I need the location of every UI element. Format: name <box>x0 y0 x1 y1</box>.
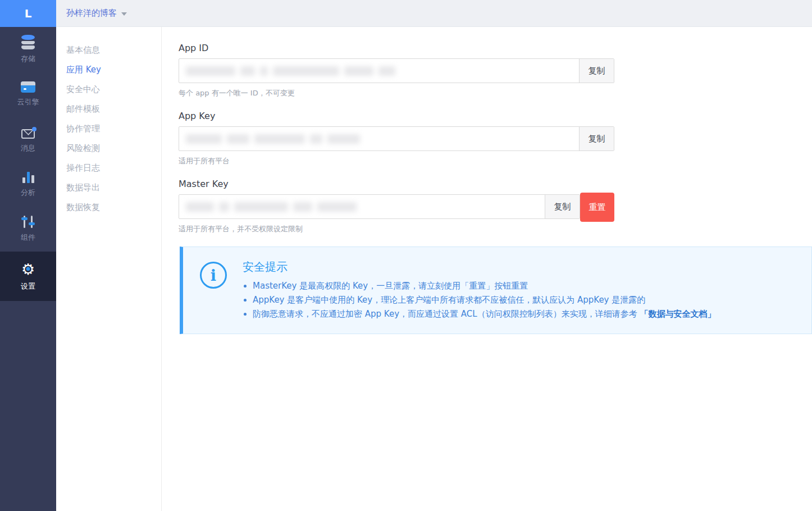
gear-icon: ⚙ <box>21 262 35 277</box>
sidebar-item-messages[interactable]: 消息 <box>0 117 56 162</box>
app-key-group: 复制 <box>179 126 614 151</box>
menu-item-app-key[interactable]: 应用 Key <box>56 60 161 80</box>
notice-bullet-text: 防御恶意请求，不应通过加密 App Key，而应通过设置 ACL（访问权限控制列… <box>253 309 640 319</box>
sidebar-item-label: 存储 <box>21 54 35 64</box>
engine-icon <box>21 81 35 93</box>
logo[interactable]: L <box>0 0 56 27</box>
master-key-caption: 适用于所有平台，并不受权限设定限制 <box>179 224 812 234</box>
sidebar-item-storage[interactable]: 存储 <box>0 27 56 72</box>
notice-bullet: AppKey 是客户端中使用的 Key，理论上客户端中所有请求都不应被信任，默认… <box>243 293 715 307</box>
components-icon <box>24 216 33 228</box>
master-key-label: Master Key <box>179 179 812 189</box>
data-security-doc-link[interactable]: 「数据与安全文档」 <box>640 309 715 319</box>
notice-bullet: 防御恶意请求，不应通过加密 App Key，而应通过设置 ACL（访问权限控制列… <box>243 307 715 321</box>
sidebar-item-settings[interactable]: ⚙ 设置 <box>0 252 56 301</box>
settings-menu: 基本信息 应用 Key 安全中心 邮件模板 协作管理 风险检测 操作日志 数据导… <box>56 27 162 511</box>
sidebar-item-label: 分析 <box>21 188 35 198</box>
primary-sidebar: L 存储 云引擎 消息 分析 组件 ⚙ 设置 <box>0 0 56 511</box>
chevron-down-icon <box>121 12 127 16</box>
masked-value <box>186 202 357 212</box>
analytics-icon <box>22 171 34 183</box>
app-switcher[interactable]: 孙梓洋的博客 <box>66 8 127 19</box>
master-key-field[interactable] <box>179 195 545 218</box>
sidebar-item-analytics[interactable]: 分析 <box>0 162 56 207</box>
info-icon: i <box>200 262 227 289</box>
console-page: L 存储 云引擎 消息 分析 组件 ⚙ 设置 孙梓洋的博客 <box>0 0 812 511</box>
app-id-section: App ID 复制 每个 app 有一个唯一 ID，不可变更 <box>179 43 812 98</box>
menu-item-email-templates[interactable]: 邮件模板 <box>56 99 161 119</box>
main-content: App ID 复制 每个 app 有一个唯一 ID，不可变更 App Key <box>162 27 812 511</box>
menu-item-security-center[interactable]: 安全中心 <box>56 80 161 99</box>
master-key-group: 复制 重置 <box>179 194 580 219</box>
security-notice: i 安全提示 MasterKey 是最高权限的 Key，一旦泄露，请立刻使用「重… <box>180 247 812 334</box>
menu-item-data-export[interactable]: 数据导出 <box>56 178 161 198</box>
app-id-group: 复制 <box>179 58 614 83</box>
app-id-label: App ID <box>179 43 812 53</box>
menu-item-data-restore[interactable]: 数据恢复 <box>56 198 161 217</box>
message-icon <box>21 129 35 139</box>
app-id-field[interactable] <box>179 59 579 83</box>
security-notice-title: 安全提示 <box>243 259 715 275</box>
masked-value <box>186 134 360 144</box>
app-key-field[interactable] <box>179 127 579 150</box>
app-key-copy-button[interactable]: 复制 <box>579 127 614 150</box>
app-title: 孙梓洋的博客 <box>66 8 117 19</box>
app-id-caption: 每个 app 有一个唯一 ID，不可变更 <box>179 88 812 98</box>
menu-item-operation-logs[interactable]: 操作日志 <box>56 158 161 178</box>
master-key-copy-button[interactable]: 复制 <box>545 195 580 218</box>
app-id-copy-button[interactable]: 复制 <box>579 59 614 83</box>
menu-item-basic-info[interactable]: 基本信息 <box>56 40 161 60</box>
menu-item-risk-detection[interactable]: 风险检测 <box>56 139 161 158</box>
app-key-section: App Key 复制 适用于所有平台 <box>179 111 812 166</box>
logo-letter: L <box>25 7 32 20</box>
masked-value <box>186 66 395 76</box>
security-notice-body: 安全提示 MasterKey 是最高权限的 Key，一旦泄露，请立刻使用「重置」… <box>243 259 715 321</box>
sidebar-item-label: 云引擎 <box>17 97 39 107</box>
security-notice-list: MasterKey 是最高权限的 Key，一旦泄露，请立刻使用「重置」按钮重置 … <box>243 279 715 321</box>
sidebar-item-cloud-engine[interactable]: 云引擎 <box>0 72 56 117</box>
sidebar-item-components[interactable]: 组件 <box>0 207 56 252</box>
database-icon <box>21 35 35 49</box>
app-key-caption: 适用于所有平台 <box>179 156 812 166</box>
master-key-section: Master Key 复制 重置 适用于所有平台，并不受权限设定限制 <box>179 179 812 234</box>
menu-item-collaboration[interactable]: 协作管理 <box>56 119 161 139</box>
sidebar-item-label: 组件 <box>21 232 35 243</box>
master-key-reset-button[interactable]: 重置 <box>580 193 614 222</box>
notice-bullet: MasterKey 是最高权限的 Key，一旦泄露，请立刻使用「重置」按钮重置 <box>243 279 715 293</box>
app-key-label: App Key <box>179 111 812 121</box>
sidebar-item-label: 设置 <box>21 281 35 291</box>
sidebar-item-label: 消息 <box>21 143 35 153</box>
top-header: 孙梓洋的博客 <box>56 0 812 27</box>
